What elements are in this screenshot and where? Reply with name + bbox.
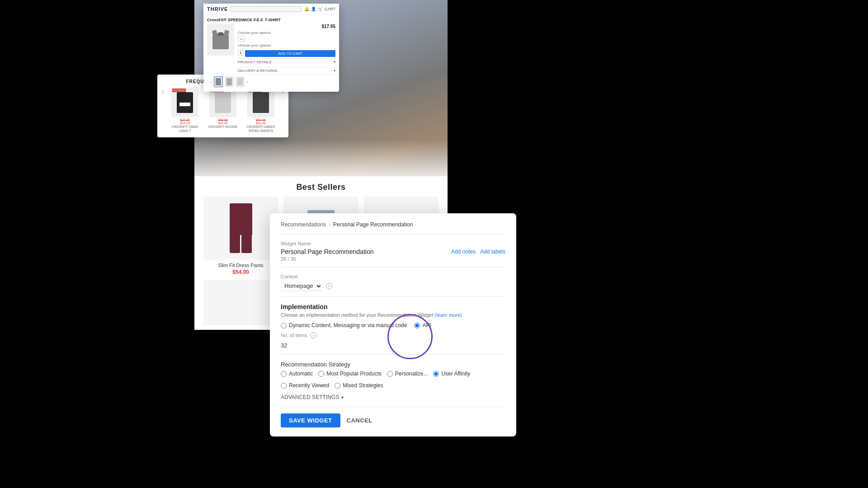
strategy-mixed-radio[interactable] bbox=[335, 383, 340, 389]
tshirt-collar bbox=[217, 32, 224, 36]
strategy-mixed-strategies[interactable]: Mixed Strategies bbox=[335, 382, 383, 389]
widget-name-input[interactable] bbox=[281, 248, 451, 255]
thumb-next-arrow[interactable]: › bbox=[246, 80, 248, 84]
fbt-price-new-1: $19.28 bbox=[168, 122, 202, 125]
divider-1 bbox=[281, 234, 505, 235]
ecom-product-1: Slim Fit Dress Pants $54.00 bbox=[203, 197, 278, 275]
fbt-product-1-image[interactable]: ON SALE bbox=[171, 88, 198, 117]
context-label: Context bbox=[281, 274, 505, 279]
hero-overlay bbox=[194, 140, 448, 176]
fbt-product-2-image[interactable]: ON SALE bbox=[209, 88, 236, 117]
notification-icon[interactable]: 🔔 bbox=[304, 7, 309, 11]
implementation-field: Implementation Choose an implementation … bbox=[281, 303, 505, 349]
store-header: THRIVE 🔔 👤 🛒 CART bbox=[203, 4, 339, 15]
thumb-prev-arrow[interactable]: ‹ bbox=[211, 80, 212, 84]
save-widget-button[interactable]: SAVE WIDGET bbox=[281, 413, 340, 427]
strategy-personalized-radio[interactable] bbox=[387, 371, 393, 377]
items-count: 32 bbox=[281, 342, 505, 349]
impl-option1-radio[interactable] bbox=[281, 323, 287, 328]
chevron-down-icon: ▾ bbox=[334, 60, 335, 64]
product-area: $17.95 Choose your options — Choose your… bbox=[207, 24, 335, 74]
product-price: $17.95 bbox=[238, 24, 335, 29]
strategy-radio-group: Automatic Most Popular Products Personal… bbox=[281, 371, 505, 389]
ecom-product-1-name: Slim Fit Dress Pants bbox=[203, 263, 278, 268]
strategy-automatic[interactable]: Automatic bbox=[281, 371, 313, 377]
strategy-user-affinity[interactable]: User Affinity bbox=[433, 371, 470, 377]
impl-option1-text: Dynamic Content, Messaging or via manual… bbox=[289, 322, 407, 328]
strategy-recently-viewed[interactable]: Recently Viewed bbox=[281, 382, 329, 389]
delivery-returns-row[interactable]: DELIVERY & RETURNS ▾ bbox=[238, 67, 335, 74]
strategy-automatic-label: Automatic bbox=[289, 371, 313, 377]
thumbnail-row: ‹ › bbox=[207, 74, 335, 89]
strategy-recently-viewed-label: Recently Viewed bbox=[289, 382, 329, 389]
option2-row: 1 ADD TO CART bbox=[238, 48, 335, 57]
product-title: CrossFit® SPEEDWICK F.E.F. T-SHIRT bbox=[207, 18, 335, 22]
fbt-product-2: ON SALE $69.99 $53.55 CROSSFIT HOODIE bbox=[206, 88, 240, 129]
action-buttons: SAVE WIDGET CANCEL bbox=[281, 413, 505, 427]
widget-name-field: Widget Name Add notes Add labels 28 / 35 bbox=[281, 241, 505, 262]
quantity-select[interactable]: 1 bbox=[238, 50, 243, 56]
items-label: No. of items bbox=[281, 333, 307, 338]
thumbnail-3[interactable] bbox=[236, 76, 245, 87]
ecom-product-1-price: $54.00 bbox=[203, 269, 278, 275]
option1-select[interactable]: — bbox=[238, 36, 245, 42]
fbt-products-list: ‹ ON SALE $34.95 $19.28 CROSSFIT CAMO LO… bbox=[162, 88, 284, 133]
learn-more-link[interactable]: (learn more) bbox=[435, 312, 462, 318]
impl-option1-label[interactable]: Dynamic Content, Messaging or via manual… bbox=[281, 322, 407, 328]
divider-2 bbox=[281, 267, 505, 267]
store-search-bar[interactable] bbox=[231, 6, 301, 12]
fbt-product-name-1: CROSSFIT CAMO LOGO T bbox=[168, 125, 202, 133]
user-icon[interactable]: 👤 bbox=[311, 7, 316, 11]
context-info-icon[interactable]: i bbox=[326, 283, 332, 289]
breadcrumb-current-page: Personal Page Recommendation bbox=[333, 221, 413, 228]
store-nav-icons: 🔔 👤 🛒 CART bbox=[304, 7, 335, 11]
widget-name-label: Widget Name bbox=[281, 241, 505, 246]
strategy-user-affinity-radio[interactable] bbox=[433, 371, 439, 377]
pants-body bbox=[230, 212, 252, 235]
product-details-row[interactable]: PRODUCT DETAILS ▾ bbox=[238, 58, 335, 66]
store-logo: THRIVE bbox=[207, 6, 228, 12]
product-details-label: PRODUCT DETAILS bbox=[238, 60, 271, 64]
strategy-personalized[interactable]: Personalize... bbox=[387, 371, 428, 377]
fbt-product-name-2: CROSSFIT HOODIE bbox=[206, 125, 240, 129]
items-info-icon[interactable]: i bbox=[310, 332, 316, 338]
breadcrumb-recommendations[interactable]: Recommendations bbox=[281, 221, 326, 228]
breadcrumb-separator: › bbox=[329, 221, 330, 228]
store-product-body: CrossFit® SPEEDWICK F.E.F. T-SHIRT $17.9… bbox=[203, 15, 339, 92]
fbt-prev-arrow[interactable]: ‹ bbox=[162, 88, 164, 96]
context-row: Homepage i bbox=[281, 281, 505, 291]
sale-badge-1: ON SALE bbox=[172, 89, 186, 92]
cart-icon[interactable]: 🛒 bbox=[318, 7, 323, 11]
widget-name-row: Add notes Add labels bbox=[281, 248, 505, 255]
fbt-product-1: ON SALE $34.95 $19.28 CROSSFIT CAMO LOGO… bbox=[168, 88, 202, 133]
char-count: 28 / 35 bbox=[281, 256, 505, 262]
add-notes-link[interactable]: Add notes bbox=[451, 249, 476, 255]
strategy-mixed-label: Mixed Strategies bbox=[343, 382, 383, 389]
divider-5 bbox=[281, 407, 505, 407]
option1-label: Choose your options bbox=[238, 31, 335, 35]
thumbnail-1[interactable] bbox=[214, 76, 223, 87]
impl-option2-label[interactable]: API bbox=[414, 322, 431, 328]
cancel-button[interactable]: CANCEL bbox=[347, 417, 373, 424]
advanced-settings-toggle[interactable]: ADVANCED SETTINGS ▾ bbox=[281, 394, 505, 400]
context-select[interactable]: Homepage bbox=[281, 281, 322, 291]
strategy-recently-viewed-radio[interactable] bbox=[281, 383, 287, 389]
chevron-down-icon2: ▾ bbox=[334, 69, 335, 73]
strategy-most-popular-radio[interactable] bbox=[318, 371, 324, 377]
pants-waist bbox=[230, 203, 252, 212]
impl-option2-radio[interactable] bbox=[414, 323, 420, 328]
add-to-cart-button[interactable]: ADD TO CART bbox=[245, 50, 335, 57]
option2-label: Choose your options bbox=[238, 43, 335, 47]
fbt-price-new-3: $31.26 bbox=[244, 122, 278, 125]
chevron-down-icon: ▾ bbox=[341, 395, 344, 400]
implementation-radio-group: Dynamic Content, Messaging or via manual… bbox=[281, 322, 505, 328]
strategy-user-affinity-label: User Affinity bbox=[441, 371, 470, 377]
ecom-product-1-image[interactable] bbox=[203, 197, 278, 260]
strategy-most-popular[interactable]: Most Popular Products bbox=[318, 371, 381, 377]
add-labels-link[interactable]: Add labels bbox=[480, 249, 505, 255]
impl-option2-text: API bbox=[422, 322, 431, 328]
strategy-automatic-radio[interactable] bbox=[281, 371, 287, 377]
breadcrumb: Recommendations › Personal Page Recommen… bbox=[281, 221, 505, 228]
thumbnail-2[interactable] bbox=[225, 76, 234, 87]
fbt-product-3-image[interactable]: ON SALE bbox=[247, 88, 274, 117]
